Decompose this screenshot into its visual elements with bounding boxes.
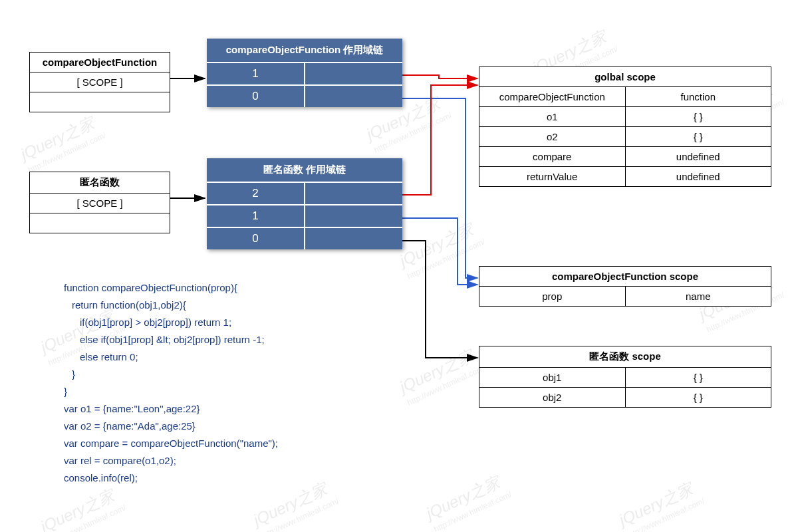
gs-v2: { } — [626, 127, 771, 146]
gs-k0: compareObjectFunction — [479, 87, 626, 106]
chain2-idx-0: 0 — [207, 228, 305, 249]
gs-v3: undefined — [626, 147, 771, 166]
anon-function-box: 匿名函数 [ SCOPE ] — [29, 172, 170, 233]
cof-k0: prop — [479, 287, 626, 306]
anon-scope-title: 匿名函数 scope — [479, 346, 771, 368]
anon-scope-box: 匿名函数 scope obj1{ } obj2{ } — [479, 346, 771, 408]
as-v1: { } — [626, 388, 771, 407]
code-block: function compareObjectFunction(prop){ re… — [64, 279, 410, 487]
gs-k2: o2 — [479, 127, 626, 146]
code-l5: else return 0; — [64, 348, 410, 366]
chain2-idx-2: 2 — [207, 183, 305, 204]
cof-title: compareObjectFunction — [30, 53, 170, 72]
code-l12: console.info(rel); — [64, 469, 410, 487]
code-l3: if(obj1[prop] > obj2[prop]) return 1; — [64, 314, 410, 331]
code-l4: else if(obj1[prop] &lt; obj2[prop]) retu… — [64, 331, 410, 348]
chain2-idx-1: 1 — [207, 205, 305, 227]
cof-scope-title: compareObjectFunction scope — [479, 267, 771, 287]
code-l7: } — [64, 383, 410, 400]
cof-empty-row — [30, 92, 170, 112]
chain2-title: 匿名函数 作用域链 — [207, 158, 402, 183]
cof-scope-row: [ SCOPE ] — [30, 72, 170, 92]
chain1-idx-1: 1 — [207, 63, 305, 84]
code-l6: } — [64, 366, 410, 383]
code-l1: function compareObjectFunction(prop){ — [64, 279, 410, 297]
gs-k3: compare — [479, 147, 626, 166]
watermark-small: http://www.htmleaf.com/ — [27, 130, 107, 175]
cof-v0: name — [626, 287, 771, 306]
cof-scope-chain: compareObjectFunction 作用域链 1 0 — [207, 39, 402, 107]
gs-k1: o1 — [479, 107, 626, 126]
global-scope-box: golbal scope compareObjectFunctionfuncti… — [479, 66, 771, 187]
code-l10: var compare = compareObjectFunction("nam… — [64, 435, 410, 452]
code-l9: var o2 = {name:"Ada",age:25} — [64, 418, 410, 435]
anon-empty-row — [30, 213, 170, 233]
anon-title: 匿名函数 — [30, 172, 170, 194]
cof-scope-box: compareObjectFunction scope propname — [479, 266, 771, 307]
code-l11: var rel = compare(o1,o2); — [64, 452, 410, 469]
chain1-title: compareObjectFunction 作用域链 — [207, 39, 402, 63]
as-v0: { } — [626, 368, 771, 387]
global-scope-title: golbal scope — [479, 67, 771, 87]
anon-scope-row: [ SCOPE ] — [30, 194, 170, 213]
as-k1: obj2 — [479, 388, 626, 407]
watermark-big: jQuery之家 — [17, 110, 103, 165]
compare-object-function-box: compareObjectFunction [ SCOPE ] — [29, 52, 170, 112]
code-l2: return function(obj1,obj2){ — [64, 297, 410, 314]
code-l8: var o1 = {name:"Leon",age:22} — [64, 400, 410, 418]
gs-v1: { } — [626, 107, 771, 126]
gs-v0: function — [626, 87, 771, 106]
as-k0: obj1 — [479, 368, 626, 387]
gs-v4: undefined — [626, 167, 771, 186]
gs-k4: returnValue — [479, 167, 626, 186]
anon-scope-chain: 匿名函数 作用域链 2 1 0 — [207, 158, 402, 249]
chain1-idx-0: 0 — [207, 86, 305, 107]
